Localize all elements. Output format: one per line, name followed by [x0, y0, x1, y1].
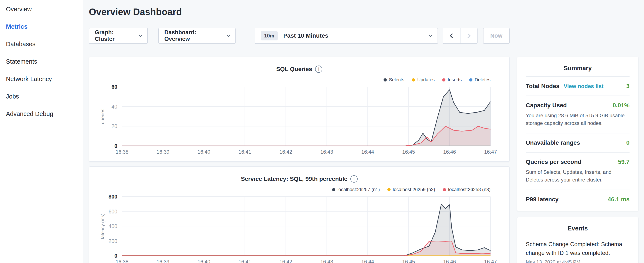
info-icon[interactable]: i: [350, 175, 358, 183]
svg-text:16:46: 16:46: [443, 259, 456, 263]
summary-label: P99 latency: [526, 196, 558, 203]
svg-text:16:44: 16:44: [361, 259, 374, 263]
svg-text:400: 400: [108, 223, 117, 229]
legend-item-inserts[interactable]: Inserts: [442, 77, 462, 83]
svg-text:600: 600: [108, 208, 117, 214]
chevron-right-icon: [466, 34, 471, 38]
legend-label: localhost:26259 (n2): [393, 187, 435, 192]
event-item: Schema Change Completed: Schema change w…: [526, 240, 630, 263]
legend-label: localhost:26258 (n3): [448, 187, 490, 192]
summary-title: Summary: [526, 63, 630, 76]
info-icon[interactable]: i: [315, 66, 322, 73]
summary-row-p99-latency: P99 latency 46.1 ms: [526, 190, 630, 209]
svg-text:60: 60: [112, 84, 117, 90]
legend-dot: [412, 78, 415, 82]
time-range-badge: 10m: [261, 31, 278, 41]
legend-item-updates[interactable]: Updates: [412, 77, 434, 83]
chevron-down-icon: [428, 33, 432, 37]
chart-legend: Selects Updates Inserts Deletes: [97, 77, 490, 83]
legend-label: Selects: [389, 77, 404, 83]
svg-text:16:38: 16:38: [116, 149, 128, 155]
svg-text:16:38: 16:38: [116, 259, 128, 263]
prev-time-button[interactable]: [443, 28, 460, 43]
summary-label: Queries per second: [526, 158, 581, 165]
svg-text:16:43: 16:43: [320, 149, 333, 155]
chart-card-service-latency: Service Latency: SQL, 99th percentile i …: [89, 166, 510, 263]
legend-item-n2[interactable]: localhost:26259 (n2): [388, 187, 435, 192]
main-content: Overview Dashboard Graph: Cluster Dashbo…: [83, 0, 510, 263]
svg-text:16:42: 16:42: [279, 259, 292, 263]
legend-item-n1[interactable]: localhost:26257 (n1): [332, 187, 380, 192]
legend-dot: [388, 188, 390, 191]
view-nodes-link[interactable]: View nodes list: [564, 83, 604, 90]
sidebar-item-jobs[interactable]: Jobs: [0, 88, 83, 105]
svg-text:40: 40: [112, 104, 117, 110]
svg-text:200: 200: [108, 238, 117, 244]
dashboard-dropdown[interactable]: Dashboard: Overview: [158, 28, 236, 44]
chevron-down-icon: [138, 33, 142, 37]
svg-text:800: 800: [108, 194, 117, 200]
summary-row-capacity-used: Capacity Used 0.01% You are using 28.6 M…: [526, 96, 630, 133]
chart-canvas[interactable]: 16:3816:3916:4016:4116:4216:4316:4416:45…: [97, 84, 502, 156]
sidebar-item-advanced-debug[interactable]: Advanced Debug: [0, 105, 83, 123]
sidebar-item-databases[interactable]: Databases: [0, 35, 83, 53]
now-button[interactable]: Now: [483, 28, 510, 44]
summary-row-total-nodes: Total Nodes View nodes list 3: [526, 76, 630, 96]
summary-label: Unavailable ranges: [526, 139, 580, 146]
legend-dot: [443, 188, 446, 191]
summary-value: 0: [626, 139, 630, 146]
chart-canvas[interactable]: 16:3816:3916:4016:4116:4216:4316:4416:45…: [97, 194, 502, 263]
svg-text:16:47: 16:47: [484, 259, 497, 263]
svg-text:16:44: 16:44: [361, 149, 374, 155]
sidebar-item-network-latency[interactable]: Network Latency: [0, 70, 83, 88]
sidebar-item-overview[interactable]: Overview: [0, 1, 83, 18]
legend-dot: [469, 78, 472, 82]
svg-text:16:45: 16:45: [402, 149, 415, 155]
legend-label: localhost:26257 (n1): [338, 187, 380, 192]
svg-text:16:39: 16:39: [157, 259, 170, 263]
time-range-label: Past 10 Minutes: [283, 32, 328, 39]
summary-row-queries-per-second: Queries per second 59.7 Sum of Selects, …: [526, 152, 630, 190]
summary-value: 46.1 ms: [608, 196, 630, 203]
time-range-dropdown[interactable]: 10m Past 10 Minutes: [255, 28, 438, 44]
controls-bar: Graph: Cluster Dashboard: Overview 10m P…: [89, 28, 510, 44]
svg-text:16:40: 16:40: [198, 149, 210, 155]
next-time-button[interactable]: [460, 28, 477, 43]
summary-row-unavailable-ranges: Unavailable ranges 0: [526, 133, 630, 152]
sidebar-item-statements[interactable]: Statements: [0, 53, 83, 70]
svg-text:16:46: 16:46: [443, 149, 456, 155]
event-message: Schema Change Completed: Schema change w…: [526, 240, 630, 257]
chart-card-sql-queries: SQL Queries i Selects Updates Inserts De…: [89, 57, 510, 162]
legend-dot: [442, 78, 446, 82]
sidebar: Overview Metrics Databases Statements Ne…: [0, 0, 83, 263]
legend-label: Deletes: [474, 77, 490, 83]
legend-dot: [384, 78, 387, 82]
legend-label: Updates: [417, 77, 434, 83]
svg-text:16:42: 16:42: [279, 149, 292, 155]
summary-value: 0.01%: [613, 102, 630, 109]
page-title: Overview Dashboard: [89, 7, 510, 18]
divider: [245, 28, 245, 44]
events-card: Events Schema Change Completed: Schema c…: [517, 217, 638, 263]
dashboard-dropdown-label: Dashboard: Overview: [164, 29, 222, 42]
time-step-buttons: [443, 28, 478, 44]
legend-item-n3[interactable]: localhost:26258 (n3): [443, 187, 490, 192]
legend-item-deletes[interactable]: Deletes: [469, 77, 490, 83]
summary-value: 3: [626, 83, 630, 90]
right-panel: Summary Total Nodes View nodes list 3 Ca…: [517, 57, 638, 263]
svg-text:0: 0: [114, 143, 117, 149]
summary-label: Total Nodes: [526, 83, 560, 90]
graph-dropdown[interactable]: Graph: Cluster: [89, 28, 148, 44]
svg-text:16:43: 16:43: [320, 259, 333, 263]
legend-dot: [332, 188, 335, 191]
graph-dropdown-label: Graph: Cluster: [95, 29, 134, 42]
summary-label: Capacity Used: [526, 102, 567, 109]
svg-text:16:45: 16:45: [402, 259, 415, 263]
sidebar-item-metrics[interactable]: Metrics: [0, 18, 83, 35]
svg-text:16:40: 16:40: [198, 259, 210, 263]
chevron-down-icon: [226, 33, 230, 37]
legend-item-selects[interactable]: Selects: [384, 77, 404, 83]
svg-text:16:41: 16:41: [238, 259, 251, 263]
chart-title: Service Latency: SQL, 99th percentile: [241, 176, 348, 182]
summary-description: You are using 28.6 MiB of 515.9 GiB usab…: [526, 112, 630, 127]
